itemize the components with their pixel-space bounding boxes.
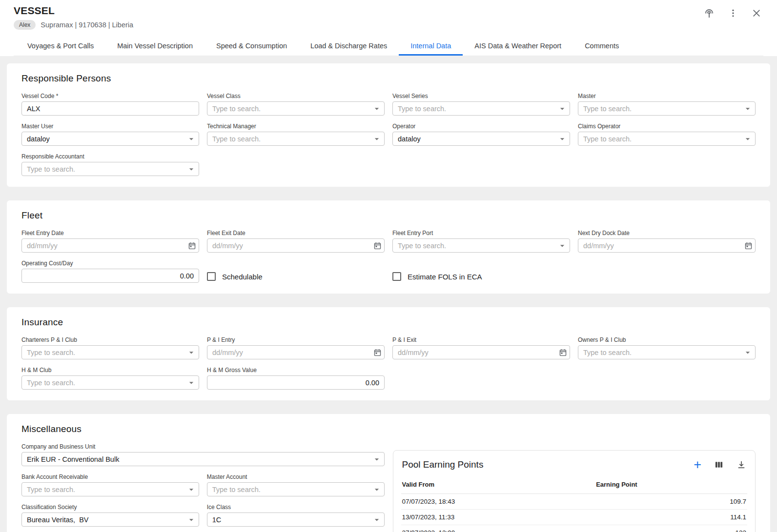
tab-comments[interactable]: Comments xyxy=(573,36,631,56)
tab-load-discharge-rates[interactable]: Load & Discharge Rates xyxy=(299,36,399,56)
fleet-entry-port-select[interactable] xyxy=(392,238,570,253)
table-row[interactable]: 07/07/2023, 18:43 109.7 xyxy=(401,494,748,510)
vessel-series-select[interactable] xyxy=(392,101,570,116)
field-label: H & M Club xyxy=(21,367,199,374)
field-label: Fleet Entry Port xyxy=(392,230,570,236)
section-title: Miscellaneous xyxy=(21,424,756,434)
chevron-down-icon[interactable] xyxy=(186,164,196,174)
master-select[interactable] xyxy=(578,101,756,116)
download-icon[interactable] xyxy=(736,460,746,470)
field-responsible-accountant: Responsible Accountant xyxy=(21,153,199,176)
field-label: Bank Account Receivable xyxy=(21,473,199,480)
chevron-down-icon[interactable] xyxy=(186,515,196,525)
responsible-accountant-select[interactable] xyxy=(21,162,199,176)
field-vessel-code: Vessel Code * xyxy=(21,93,199,116)
h-and-m-gross-value-input[interactable] xyxy=(207,375,385,390)
chevron-down-icon[interactable] xyxy=(557,241,567,251)
charterers-p-and-i-club-select[interactable] xyxy=(21,345,199,359)
add-icon[interactable]: + xyxy=(694,460,701,470)
calendar-icon[interactable] xyxy=(373,348,382,356)
chevron-down-icon[interactable] xyxy=(743,348,753,357)
p-and-i-exit-date-input[interactable] xyxy=(392,345,570,359)
chevron-down-icon[interactable] xyxy=(186,485,196,494)
chevron-down-icon[interactable] xyxy=(372,515,382,525)
field-label: Next Dry Dock Date xyxy=(578,230,756,236)
bank-account-receivable-select[interactable] xyxy=(21,482,199,496)
ice-class-select[interactable] xyxy=(207,512,385,527)
view-columns-icon[interactable] xyxy=(714,460,724,470)
field-p-and-i-exit: P & I Exit xyxy=(392,336,570,359)
field-owners-p-and-i-club: Owners P & I Club xyxy=(578,336,756,359)
master-account-select[interactable] xyxy=(207,482,385,496)
vessel-class-select[interactable] xyxy=(207,101,385,116)
chevron-down-icon[interactable] xyxy=(557,104,567,114)
calendar-icon[interactable] xyxy=(744,241,753,250)
chevron-down-icon[interactable] xyxy=(743,134,753,144)
schedulable-checkbox[interactable] xyxy=(207,272,216,281)
chevron-down-icon[interactable] xyxy=(372,454,382,464)
field-vessel-series: Vessel Series xyxy=(392,93,570,116)
field-label: Vessel Code * xyxy=(21,93,199,99)
tab-bar: Voyages & Port Calls Main Vessel Descrip… xyxy=(14,36,763,56)
owners-p-and-i-club-select[interactable] xyxy=(578,345,756,359)
close-icon[interactable] xyxy=(752,8,761,18)
technical-manager-select[interactable] xyxy=(207,132,385,146)
field-fleet-exit-date: Fleet Exit Date xyxy=(207,230,385,253)
valid-from-cell: 27/07/2023, 12:00 xyxy=(401,525,595,532)
chevron-down-icon[interactable] xyxy=(557,134,567,144)
tab-internal-data[interactable]: Internal Data xyxy=(399,36,463,56)
field-label: Technical Manager xyxy=(207,123,385,130)
chevron-down-icon[interactable] xyxy=(372,485,382,494)
pool-earning-points-title: Pool Earning Points xyxy=(402,459,484,470)
chevron-down-icon[interactable] xyxy=(372,134,382,144)
field-label: Responsible Accountant xyxy=(21,153,199,160)
fleet-entry-date-input[interactable] xyxy=(21,238,199,253)
vessel-owner-chip: Alex xyxy=(14,20,36,30)
tab-main-vessel-description[interactable]: Main Vessel Description xyxy=(105,36,204,56)
operating-cost-day-input[interactable] xyxy=(21,269,199,283)
chevron-down-icon[interactable] xyxy=(186,348,196,357)
tab-speed-consumption[interactable]: Speed & Consumption xyxy=(204,36,299,56)
field-estimate-fols-in-eca: Estimate FOLS in ECA xyxy=(392,270,570,283)
field-bank-account-receivable: Bank Account Receivable xyxy=(21,473,199,496)
field-ice-class: Ice Class xyxy=(207,504,385,527)
fleet-exit-date-input[interactable] xyxy=(207,238,385,253)
operator-select[interactable] xyxy=(392,132,570,146)
classification-society-select[interactable] xyxy=(21,512,199,527)
field-fleet-entry-port: Fleet Entry Port xyxy=(392,230,570,253)
table-row[interactable]: 27/07/2023, 12:00 123 xyxy=(401,525,748,532)
field-operator: Operator xyxy=(392,123,570,146)
chevron-down-icon[interactable] xyxy=(186,378,196,388)
field-technical-manager: Technical Manager xyxy=(207,123,385,146)
field-vessel-class: Vessel Class xyxy=(207,93,385,116)
column-header-valid-from: Valid From xyxy=(401,476,595,494)
tab-ais-data-weather-report[interactable]: AIS Data & Weather Report xyxy=(463,36,573,56)
kebab-menu-icon[interactable] xyxy=(728,8,738,18)
tab-voyages-port-calls[interactable]: Voyages & Port Calls xyxy=(16,36,105,56)
h-and-m-club-select[interactable] xyxy=(21,375,199,390)
calendar-icon[interactable] xyxy=(373,241,382,250)
table-row[interactable]: 13/07/2023, 11:33 114.1 xyxy=(401,510,748,525)
next-dry-dock-date-input[interactable] xyxy=(578,238,756,253)
vessel-subtitle: Supramax | 9170638 | Liberia xyxy=(41,21,133,29)
p-and-i-entry-date-input[interactable] xyxy=(207,345,385,359)
chevron-down-icon[interactable] xyxy=(186,134,196,144)
master-user-select[interactable] xyxy=(21,132,199,146)
estimate-fols-in-eca-checkbox[interactable] xyxy=(392,272,401,281)
pool-earning-points-table: Valid From Earning Point 07/07/2023, 18:… xyxy=(401,476,748,532)
chevron-down-icon[interactable] xyxy=(372,104,382,114)
wifi-tethering-icon[interactable] xyxy=(704,8,715,19)
field-label: Vessel Series xyxy=(392,93,570,99)
field-label: Claims Operator xyxy=(578,123,756,130)
chevron-down-icon[interactable] xyxy=(743,104,753,114)
field-label: Master xyxy=(578,93,756,99)
calendar-icon[interactable] xyxy=(559,348,567,356)
field-h-and-m-club: H & M Club xyxy=(21,367,199,390)
company-and-business-unit-select[interactable] xyxy=(21,452,385,466)
vessel-code-input[interactable] xyxy=(21,101,199,116)
calendar-icon[interactable] xyxy=(188,241,196,250)
field-master-user: Master User xyxy=(21,123,199,146)
field-label: Vessel Class xyxy=(207,93,385,99)
earning-point-cell: 109.7 xyxy=(595,494,747,510)
claims-operator-select[interactable] xyxy=(578,132,756,146)
